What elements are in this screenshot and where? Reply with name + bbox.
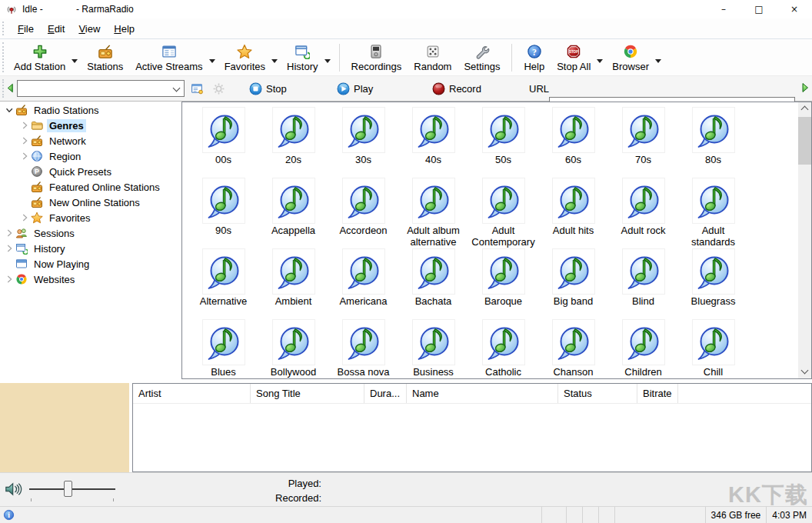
station-search-combobox[interactable] <box>17 80 185 97</box>
toolbar-active-streams-button[interactable]: Active Streams <box>129 42 208 74</box>
column-header-status[interactable]: Status <box>558 384 637 403</box>
station-search-input[interactable] <box>19 82 168 95</box>
column-header-song-title[interactable]: Song Title <box>251 384 364 403</box>
close-button[interactable]: × <box>777 0 812 18</box>
genre-item-chill[interactable]: Chill <box>678 319 748 378</box>
expander-icon[interactable] <box>3 227 15 239</box>
genre-item-80s[interactable]: 80s <box>678 107 748 178</box>
genre-item-adult-contemporary[interactable]: Adult Contemporary <box>468 178 538 248</box>
expander-icon[interactable] <box>3 273 15 285</box>
menu-view[interactable]: View <box>72 20 107 38</box>
column-header-dura[interactable]: Dura... <box>364 384 407 403</box>
toolbar-recordings-button[interactable]: Recordings <box>345 42 408 74</box>
genre-item-chanson[interactable]: Chanson <box>538 319 608 378</box>
genre-item-business[interactable]: Business <box>398 319 468 378</box>
details-view-button[interactable] <box>191 82 204 95</box>
sidebar-item-genres[interactable]: Genres <box>0 118 179 133</box>
vertical-scrollbar[interactable] <box>798 102 811 378</box>
genre-item-50s[interactable]: 50s <box>468 107 538 178</box>
dropdown-arrow-icon[interactable] <box>597 59 603 66</box>
expander-icon[interactable] <box>3 104 15 116</box>
toolbar-browser-button[interactable]: Browser <box>606 42 655 74</box>
column-header-bitrate[interactable]: Bitrate <box>637 384 678 403</box>
dropdown-arrow-icon[interactable] <box>655 59 661 66</box>
genre-item-bossa-nova[interactable]: Bossa nova <box>328 319 398 378</box>
toolbar-history-button[interactable]: History <box>281 42 324 74</box>
genre-item-adult-album-alternative[interactable]: Adult album alternative <box>398 178 468 248</box>
play-button[interactable]: Play <box>332 82 378 96</box>
genre-item-adult-hits[interactable]: Adult hits <box>538 178 608 248</box>
dropdown-arrow-icon[interactable] <box>271 59 278 66</box>
scroll-up-button[interactable] <box>798 102 811 115</box>
expander-icon[interactable] <box>18 119 31 132</box>
music-note-icon <box>552 107 595 153</box>
music-note-icon <box>412 319 455 365</box>
sidebar-item-favorites[interactable]: Favorites <box>0 210 179 225</box>
toolbar-add-station-button[interactable]: Add Station <box>8 42 72 74</box>
genre-item-accordeon[interactable]: Accordeon <box>328 178 398 248</box>
sidebar-item-new-online-stations[interactable]: New Online Stations <box>0 195 179 210</box>
dropdown-arrow-icon[interactable] <box>324 59 331 66</box>
sidebar-item-region[interactable]: Region <box>0 148 179 164</box>
genre-item-acappella[interactable]: Acappella <box>258 178 328 248</box>
sidebar-item-websites[interactable]: Websites <box>0 271 179 287</box>
genre-item-catholic[interactable]: Catholic <box>468 319 538 378</box>
toolbar-settings-button[interactable]: Settings <box>458 42 506 74</box>
genre-item-bollywood[interactable]: Bollywood <box>258 319 328 378</box>
genre-item-americana[interactable]: Americana <box>328 248 398 319</box>
genre-item-40s[interactable]: 40s <box>398 107 468 178</box>
info-icon[interactable] <box>3 509 15 521</box>
sidebar-item-history[interactable]: History <box>0 241 179 256</box>
genre-item-big-band[interactable]: Big band <box>538 248 608 319</box>
expander-icon[interactable] <box>18 212 31 224</box>
toolbar-stop-all-button[interactable]: Stop All <box>551 42 597 74</box>
sidebar-item-network[interactable]: Network <box>0 133 179 148</box>
sidebar-item-sessions[interactable]: Sessions <box>0 225 179 241</box>
genre-item-30s[interactable]: 30s <box>328 107 398 178</box>
genre-item-ambient[interactable]: Ambient <box>258 248 328 319</box>
scrollbar-thumb[interactable] <box>798 117 811 165</box>
chevron-down-icon[interactable] <box>173 85 181 92</box>
scroll-down-button[interactable] <box>798 365 811 378</box>
dropdown-arrow-icon[interactable] <box>72 59 78 66</box>
minimize-button[interactable]: – <box>706 0 741 18</box>
sidebar-item-quick-presets[interactable]: Quick Presets <box>0 164 179 179</box>
toolbar-help-button[interactable]: Help <box>517 42 551 74</box>
genre-item-70s[interactable]: 70s <box>608 107 678 178</box>
menu-edit[interactable]: Edit <box>41 20 72 38</box>
record-button[interactable]: Record <box>428 82 486 96</box>
genre-item-children[interactable]: Children <box>608 319 678 378</box>
genre-item-alternative[interactable]: Alternative <box>188 248 258 319</box>
column-header-name[interactable]: Name <box>407 384 558 403</box>
speaker-icon[interactable] <box>5 481 23 497</box>
genre-item-blues[interactable]: Blues <box>188 319 258 378</box>
back-arrow-icon[interactable] <box>5 82 16 94</box>
genre-item-00s[interactable]: 00s <box>188 107 258 178</box>
genre-item-blind[interactable]: Blind <box>608 248 678 319</box>
genre-item-20s[interactable]: 20s <box>258 107 328 178</box>
expander-icon[interactable] <box>3 242 15 255</box>
genre-item-adult-standards[interactable]: Adult standards <box>678 178 748 248</box>
expander-icon[interactable] <box>18 135 31 147</box>
go-arrow-icon[interactable] <box>799 82 811 94</box>
menu-file[interactable]: File <box>11 20 41 38</box>
volume-slider-thumb[interactable] <box>64 481 72 497</box>
genre-item-90s[interactable]: 90s <box>188 178 258 248</box>
genre-item-60s[interactable]: 60s <box>538 107 608 178</box>
column-header-artist[interactable]: Artist <box>133 384 251 403</box>
stop-button[interactable]: Stop <box>245 82 291 96</box>
dropdown-arrow-icon[interactable] <box>209 59 215 66</box>
expander-icon[interactable] <box>18 150 31 162</box>
maximize-button[interactable]: □ <box>741 0 777 18</box>
sidebar-item-featured-online-stations[interactable]: Featured Online Stations <box>0 179 179 195</box>
genre-item-bachata[interactable]: Bachata <box>398 248 468 319</box>
sidebar-item-radio-stations[interactable]: Radio Stations <box>0 102 179 118</box>
genre-item-adult-rock[interactable]: Adult rock <box>608 178 678 248</box>
menu-help[interactable]: Help <box>107 20 141 38</box>
genre-item-bluegrass[interactable]: Bluegrass <box>678 248 748 319</box>
toolbar-stations-button[interactable]: Stations <box>81 42 129 74</box>
toolbar-random-button[interactable]: Random <box>408 42 458 74</box>
toolbar-favorites-button[interactable]: Favorites <box>218 42 271 74</box>
genre-item-baroque[interactable]: Baroque <box>468 248 538 319</box>
sidebar-item-now-playing[interactable]: Now Playing <box>0 256 179 271</box>
